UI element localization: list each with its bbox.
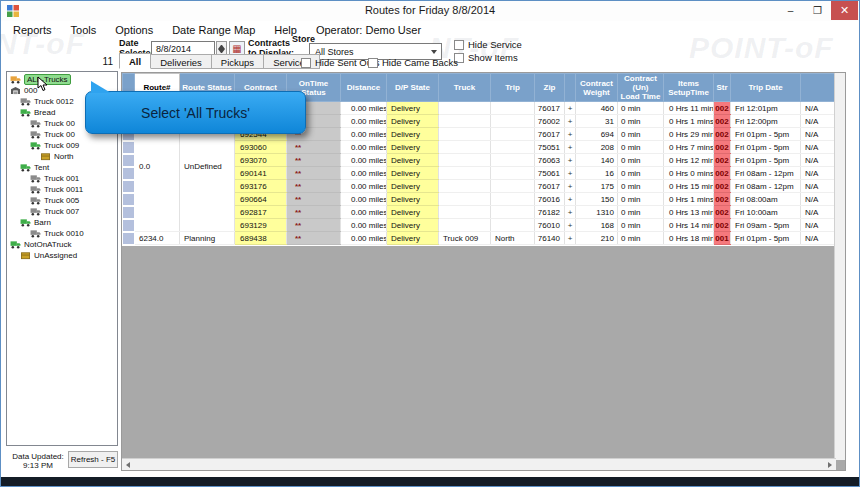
plus-cell[interactable]: + xyxy=(565,219,576,232)
route-status-cell[interactable]: Planning xyxy=(180,232,235,245)
dp-cell[interactable]: Delivery xyxy=(387,128,439,141)
tree-item-truck-0011[interactable]: Truck 0011 xyxy=(7,184,117,195)
ontime-cell[interactable]: ** xyxy=(287,219,341,232)
dp-cell[interactable]: Delivery xyxy=(387,232,439,245)
trip-cell[interactable] xyxy=(491,180,535,193)
zip-cell[interactable]: 75061 xyxy=(535,167,565,180)
tripdate-cell[interactable]: Fri 12:01pm xyxy=(731,102,801,115)
row-selector[interactable] xyxy=(123,167,135,180)
extra-cell[interactable]: N/A xyxy=(801,167,837,180)
trip-cell[interactable] xyxy=(491,102,535,115)
plus-cell[interactable]: + xyxy=(565,128,576,141)
setup-cell[interactable]: 0 Hrs 13 mins xyxy=(664,206,714,219)
tab-all[interactable]: All xyxy=(119,53,151,69)
str-cell[interactable]: 002 xyxy=(714,128,731,141)
load-cell[interactable]: 0 min xyxy=(618,128,664,141)
weight-cell[interactable]: 16 xyxy=(576,167,618,180)
dp-cell[interactable]: Delivery xyxy=(387,193,439,206)
dp-cell[interactable]: Delivery xyxy=(387,115,439,128)
trip-cell[interactable] xyxy=(491,115,535,128)
weight-cell[interactable]: 460 xyxy=(576,102,618,115)
tree-item-barn[interactable]: Barn xyxy=(7,217,117,228)
tripdate-cell[interactable]: Fri 08:00am xyxy=(731,193,801,206)
truck-cell[interactable] xyxy=(439,219,491,232)
setup-cell[interactable]: 0 Hrs 0 mins xyxy=(664,167,714,180)
zip-cell[interactable]: 76010 xyxy=(535,219,565,232)
setup-cell[interactable]: 0 Hrs 1 mins xyxy=(664,115,714,128)
tripdate-cell[interactable]: Fri 12:00pm xyxy=(731,115,801,128)
tab-pickups[interactable]: Pickups xyxy=(212,54,264,69)
str-cell[interactable]: 002 xyxy=(714,180,731,193)
scroll-right-icon[interactable] xyxy=(828,462,832,468)
checkbox-icon[interactable] xyxy=(368,58,378,68)
plus-cell[interactable]: + xyxy=(565,115,576,128)
tripdate-cell[interactable]: Fri 09am - 5pm xyxy=(731,219,801,232)
truck-cell[interactable] xyxy=(439,180,491,193)
dp-cell[interactable]: Delivery xyxy=(387,154,439,167)
dp-cell[interactable]: Delivery xyxy=(387,141,439,154)
extra-cell[interactable]: N/A xyxy=(801,141,837,154)
contract-cell[interactable]: 689438 xyxy=(235,232,287,245)
ontime-cell[interactable]: ** xyxy=(287,154,341,167)
setup-cell[interactable]: 0 Hrs 7 mins xyxy=(664,141,714,154)
str-cell[interactable]: 002 xyxy=(714,141,731,154)
column-header-weight[interactable]: Contract Weight xyxy=(576,74,618,102)
extra-cell[interactable]: N/A xyxy=(801,180,837,193)
column-header-trip[interactable]: Trip xyxy=(491,74,535,102)
truck-cell[interactable] xyxy=(439,128,491,141)
weight-cell[interactable]: 175 xyxy=(576,180,618,193)
load-cell[interactable]: 0 min xyxy=(618,232,664,245)
str-cell[interactable]: 002 xyxy=(714,206,731,219)
setup-cell[interactable]: 0 Hrs 29 mins xyxy=(664,128,714,141)
plus-cell[interactable]: + xyxy=(565,154,576,167)
tripdate-cell[interactable]: Fri 10:00am xyxy=(731,206,801,219)
column-header-truck[interactable]: Truck xyxy=(439,74,491,102)
extra-cell[interactable]: N/A xyxy=(801,128,837,141)
load-cell[interactable]: 0 min xyxy=(618,154,664,167)
extra-cell[interactable]: N/A xyxy=(801,193,837,206)
distance-cell[interactable]: 0.00 miles xyxy=(341,128,387,141)
zip-cell[interactable]: 75051 xyxy=(535,141,565,154)
ontime-cell[interactable]: ** xyxy=(287,141,341,154)
ontime-cell[interactable]: ** xyxy=(287,193,341,206)
truck-cell[interactable] xyxy=(439,206,491,219)
zip-cell[interactable]: 76182 xyxy=(535,206,565,219)
contract-cell[interactable]: 692817 xyxy=(235,206,287,219)
str-cell[interactable]: 001 xyxy=(714,232,731,245)
weight-cell[interactable]: 31 xyxy=(576,115,618,128)
weight-cell[interactable]: 140 xyxy=(576,154,618,167)
plus-cell[interactable]: + xyxy=(565,141,576,154)
menu-item-date-range-map[interactable]: Date Range Map xyxy=(172,24,255,36)
zip-cell[interactable]: 76063 xyxy=(535,154,565,167)
plus-cell[interactable]: + xyxy=(565,206,576,219)
plus-cell[interactable]: + xyxy=(565,102,576,115)
tree-item-truck-005[interactable]: Truck 005 xyxy=(7,195,117,206)
vertical-scrollbar[interactable] xyxy=(834,73,845,460)
trip-cell[interactable] xyxy=(491,193,535,206)
ontime-cell[interactable]: ** xyxy=(287,167,341,180)
distance-cell[interactable]: 0.00 miles xyxy=(341,154,387,167)
column-header-str[interactable]: Str xyxy=(714,74,731,102)
load-cell[interactable]: 0 min xyxy=(618,193,664,206)
truck-cell[interactable]: Truck 009 xyxy=(439,232,491,245)
load-cell[interactable]: 0 min xyxy=(618,102,664,115)
minimize-button[interactable]: – xyxy=(777,1,804,20)
column-header-dp[interactable]: D/P State xyxy=(387,74,439,102)
distance-cell[interactable]: 0.00 miles xyxy=(341,193,387,206)
trip-cell[interactable]: North xyxy=(491,232,535,245)
str-cell[interactable]: 002 xyxy=(714,193,731,206)
contract-cell[interactable]: 690141 xyxy=(235,167,287,180)
menu-item-tools[interactable]: Tools xyxy=(71,24,97,36)
zip-cell[interactable]: 76017 xyxy=(535,128,565,141)
extra-cell[interactable]: N/A xyxy=(801,154,837,167)
column-header-extra[interactable] xyxy=(801,74,837,102)
tripdate-cell[interactable]: Fri 01pm - 5pm xyxy=(731,232,801,245)
distance-cell[interactable]: 0.00 miles xyxy=(341,115,387,128)
column-header-plus[interactable] xyxy=(565,74,576,102)
row-selector[interactable] xyxy=(123,219,135,232)
plus-cell[interactable]: + xyxy=(565,193,576,206)
zip-cell[interactable]: 76002 xyxy=(535,115,565,128)
zip-cell[interactable]: 76016 xyxy=(535,193,565,206)
zip-cell[interactable]: 76140 xyxy=(535,232,565,245)
extra-cell[interactable]: N/A xyxy=(801,115,837,128)
